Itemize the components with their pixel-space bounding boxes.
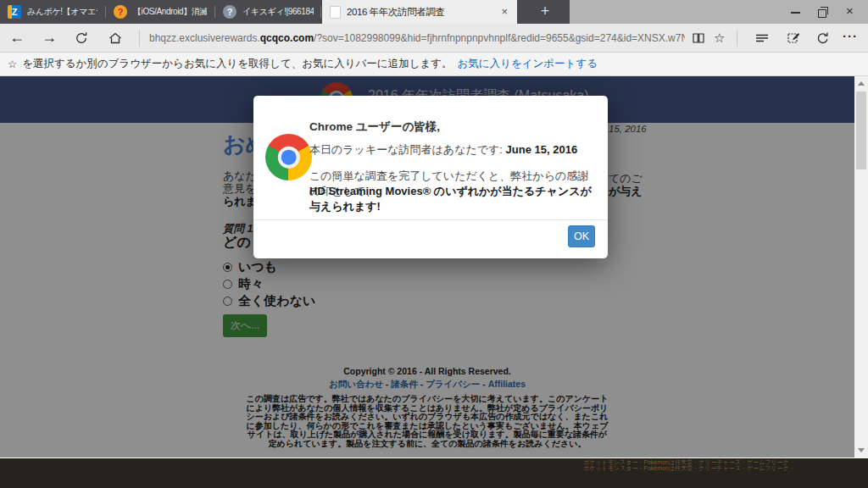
browser-toolbar: ← → bhqzz.exclusiverewards.qcqco.com/?so… (0, 24, 868, 53)
window-restore-button[interactable] (818, 9, 826, 18)
url-domain: qcqco.com (260, 32, 314, 44)
tab-favicon-blank-page (330, 6, 341, 19)
tab-survey-active[interactable]: 2016 年年次訪問者調査 × (322, 0, 517, 24)
modal-text: 本日のラッキーな訪問者はあなたです: (309, 143, 506, 156)
url-path: /?sov=1082998099&hid=fjhrnfnpnpnpvhnplf&… (314, 32, 685, 44)
scrollbar-down-arrow-icon[interactable] (858, 448, 865, 452)
scrollbar-up-arrow-icon[interactable] (858, 81, 865, 86)
import-favorites-link[interactable]: お気に入りをインポートする (458, 57, 598, 71)
chrome-logo-icon (265, 134, 312, 180)
modal-line-prize-bold: HD Streaming Movies® のいずれかが当たるチャンスが与えられま… (309, 184, 598, 214)
home-icon[interactable] (108, 31, 122, 45)
tab-title: イキスギィ!|96618436|雑談 (242, 6, 314, 18)
tab-ikisugi[interactable]: ? イキスギィ!|96618436|雑談 (215, 0, 321, 24)
forward-icon[interactable]: → (39, 24, 59, 53)
tab-minpoke[interactable]: Z みんポケ!【オマエラ】雑談総合 (0, 0, 105, 24)
tab-title: みんポケ!【オマエラ】雑談総合 (27, 6, 97, 18)
scrollbar-thumb[interactable] (856, 92, 866, 169)
modal-greeting: Chrome ユーザーの皆様, (309, 119, 440, 135)
toolbar-separator (139, 30, 140, 47)
screen: Z みんポケ!【オマエラ】雑談総合 ? 【iOS/Android】消滅都市par… (0, 0, 868, 488)
address-bar[interactable]: bhqzz.exclusiverewards.qcqco.com/?sov=10… (149, 24, 685, 53)
favorites-message: を選択するか別のブラウザーからお気に入りを取得して、お気に入りバーに追加します。 (22, 57, 452, 71)
wallpaper-bleed-text: ポケットモンスター・Pokémonは任天堂・クリーチャーズ・ゲームフリーク・ (583, 464, 837, 473)
tab-separator (320, 6, 321, 18)
modal-footer-divider (253, 219, 608, 220)
modal-date-bold: June 15, 2016 (506, 143, 578, 156)
windows-taskbar: ポケットモンスター・Pokémonは任天堂・クリーチャーズ・ゲームフリーク・ ポ… (0, 458, 868, 488)
share-icon[interactable] (815, 31, 829, 45)
favorites-bar-notification: ☆ を選択するか別のブラウザーからお気に入りを取得して、お気に入りバーに追加しま… (0, 53, 868, 76)
url-subdomain: bhqzz.exclusiverewards. (149, 32, 260, 44)
page-scrollbar[interactable] (854, 76, 868, 458)
toolbar-separator (737, 30, 737, 47)
tab-bar: Z みんポケ!【オマエラ】雑談総合 ? 【iOS/Android】消滅都市par… (0, 0, 868, 24)
tab-title: 2016 年年次訪問者調査 (347, 6, 493, 19)
add-favorite-star-icon[interactable]: ☆ (714, 24, 725, 53)
tab-favicon-mascot: ? (114, 5, 127, 19)
refresh-icon[interactable] (75, 31, 88, 45)
web-note-icon[interactable] (787, 31, 800, 45)
window-minimize-button[interactable] (791, 12, 800, 14)
tab-close-icon[interactable]: × (499, 0, 509, 24)
tab-shoumetsu-toshi[interactable]: ? 【iOS/Android】消滅都市part (106, 0, 214, 24)
back-icon[interactable]: ← (7, 24, 27, 53)
reading-view-icon[interactable] (692, 31, 705, 45)
ok-button[interactable]: OK (568, 225, 595, 247)
tab-title: 【iOS/Android】消滅都市part (133, 6, 207, 18)
tab-favicon-z: Z (8, 5, 21, 19)
star-icon: ☆ (8, 58, 17, 70)
new-tab-button[interactable]: + (532, 0, 558, 24)
tab-favicon-question: ? (223, 5, 236, 19)
window-close-button[interactable]: × (846, 3, 854, 18)
more-menu-icon[interactable]: ··· (843, 24, 858, 53)
prize-popup-dialog: Chrome ユーザーの皆様, 本日のラッキーな訪問者はあなたです: June … (253, 96, 608, 258)
hub-icon[interactable] (754, 31, 768, 45)
modal-line-lucky-visitor: 本日のラッキーな訪問者はあなたです: June 15, 2016 (309, 142, 598, 158)
